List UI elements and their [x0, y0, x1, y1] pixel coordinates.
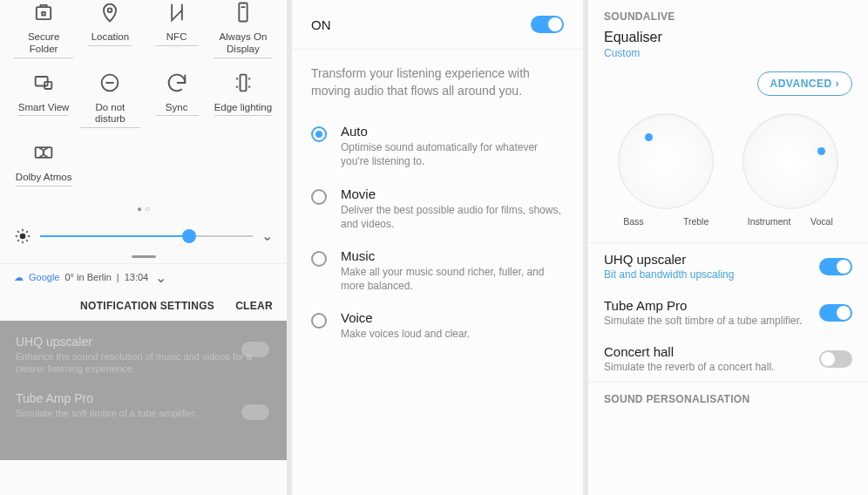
radio-icon: [311, 251, 327, 267]
qs-label: Edge lighting: [214, 102, 273, 117]
edge-lighting-icon: [231, 71, 255, 95]
dim-toggle: [241, 342, 269, 357]
qs-label: Do not disturb: [80, 102, 139, 129]
radio-icon: [311, 126, 327, 142]
quick-settings-grid: Secure Folder Location NFC Always On Dis…: [0, 0, 287, 195]
notification-actions: NOTIFICATION SETTINGS CLEAR: [0, 291, 287, 321]
option-title: Voice: [341, 310, 470, 325]
option-voice[interactable]: Voice Make voices loud and clear.: [292, 302, 583, 349]
dial-label-left: Bass: [623, 216, 643, 227]
chevron-down-icon[interactable]: ⌄: [155, 269, 166, 286]
item-title: Concert hall: [604, 344, 774, 359]
option-sub: Make voices loud and clear.: [341, 327, 470, 341]
svg-rect-1: [42, 12, 45, 16]
equaliser-row[interactable]: Equaliser Custom: [588, 26, 868, 71]
drag-handle[interactable]: [132, 255, 156, 258]
notification-settings-button[interactable]: NOTIFICATION SETTINGS: [80, 300, 214, 312]
svg-rect-9: [240, 74, 246, 91]
qs-label: Dolby Atmos: [16, 172, 72, 186]
item-sub: Simulate the soft timbre of a tube ampli…: [604, 315, 802, 327]
brightness-slider[interactable]: [40, 227, 253, 245]
smart-view-icon: [31, 71, 56, 95]
clear-button[interactable]: CLEAR: [235, 300, 273, 312]
item-concert-hall[interactable]: Concert hall Simulate the reverb of a co…: [588, 336, 868, 382]
option-sub: Make all your music sound richer, fuller…: [341, 265, 564, 293]
item-sub: Simulate the reverb of a concert hall.: [604, 361, 774, 373]
qs-label: NFC: [155, 31, 199, 46]
soundalive-settings: SOUNDALIVE Equaliser Custom ADVANCED Bas…: [588, 0, 868, 495]
notification-shade: Secure Folder Location NFC Always On Dis…: [0, 0, 287, 495]
weather-text: 0° in Berlin: [64, 272, 111, 282]
dnd-icon: [98, 71, 122, 95]
instrument-vocal-dial[interactable]: [743, 113, 838, 209]
qs-label: Sync: [155, 102, 199, 117]
option-title: Auto: [341, 124, 564, 139]
dials-row: Bass Treble Instrument Vocal: [588, 105, 868, 230]
provider-label[interactable]: Google: [29, 272, 59, 282]
description-text: Transform your listening experience with…: [292, 50, 583, 115]
advanced-button[interactable]: ADVANCED: [757, 71, 852, 96]
qs-tile-nfc[interactable]: NFC: [146, 0, 208, 67]
qs-tile-sync[interactable]: Sync: [146, 71, 208, 138]
qs-tile-edge-lighting[interactable]: Edge lighting: [212, 71, 275, 138]
sync-icon: [165, 71, 189, 95]
qs-label: Smart View: [18, 102, 70, 117]
item-uhq-upscaler[interactable]: UHQ upscaler Bit and bandwidth upscaling: [588, 243, 868, 289]
svg-point-15: [20, 234, 26, 240]
radio-icon: [311, 189, 327, 205]
dim-title: UHQ upscaler: [16, 335, 271, 349]
status-row: ☁ Google 0° in Berlin | 13:04 ⌄: [0, 263, 287, 291]
dim-title: Tube Amp Pro: [16, 391, 271, 405]
qs-tile-location[interactable]: Location: [78, 0, 141, 67]
option-music[interactable]: Music Make all your music sound richer, …: [292, 240, 583, 302]
dial-label-left: Instrument: [748, 216, 791, 227]
toggle-uhq[interactable]: [819, 258, 852, 275]
svg-rect-0: [37, 7, 51, 19]
option-title: Music: [341, 248, 564, 263]
on-header: ON: [292, 0, 583, 49]
pager-dots[interactable]: ● ○: [0, 204, 287, 214]
section-sound-personalisation: SOUND PERSONALISATION: [588, 382, 868, 409]
time-text: 13:04: [125, 272, 149, 282]
dim-toggle: [241, 404, 269, 420]
option-sub: Optimise sound automatically for whateve…: [341, 140, 564, 168]
master-toggle[interactable]: [531, 16, 564, 33]
dim-card-uhq: UHQ upscaler Enhance the sound resolutio…: [16, 335, 271, 376]
item-tube-amp-pro[interactable]: Tube Amp Pro Simulate the soft timbre of…: [588, 289, 868, 336]
equaliser-sub: Custom: [604, 47, 852, 59]
svg-point-2: [108, 8, 112, 12]
qs-tile-dnd[interactable]: Do not disturb: [78, 71, 141, 138]
toggle-tube[interactable]: [819, 304, 852, 322]
svg-line-21: [26, 240, 28, 241]
dimmed-background: UHQ upscaler Enhance the sound resolutio…: [0, 321, 287, 460]
option-auto[interactable]: Auto Optimise sound automatically for wh…: [292, 115, 583, 177]
option-sub: Deliver the best possible audio for film…: [341, 203, 564, 231]
equaliser-title: Equaliser: [604, 30, 852, 45]
option-movie[interactable]: Movie Deliver the best possible audio fo…: [292, 178, 583, 240]
qs-tile-dolby-atmos[interactable]: Dolby Atmos: [12, 140, 75, 195]
item-title: Tube Amp Pro: [604, 298, 802, 313]
folder-lock-icon: [31, 0, 56, 24]
svg-line-20: [17, 231, 19, 233]
svg-line-22: [17, 240, 19, 241]
dial-label-right: Vocal: [810, 216, 833, 227]
dim-sub: Simulate the soft timbre of a tube ampli…: [16, 407, 271, 419]
nfc-icon: [165, 0, 189, 24]
brightness-icon: [14, 227, 31, 245]
qs-tile-smart-view[interactable]: Smart View: [12, 71, 75, 138]
brightness-row: ⌄: [0, 222, 287, 250]
location-pin-icon: [98, 0, 122, 24]
dim-sub: Enhance the sound resolution of music an…: [16, 350, 271, 376]
section-soundalive: SOUNDALIVE: [588, 0, 868, 26]
toggle-concert[interactable]: [819, 350, 852, 368]
cloud-icon: ☁: [14, 272, 24, 283]
chevron-down-icon[interactable]: ⌄: [261, 227, 273, 244]
separator: |: [117, 272, 119, 282]
qs-tile-secure-folder[interactable]: Secure Folder: [12, 0, 75, 67]
svg-rect-3: [239, 3, 247, 22]
dial-label-right: Treble: [683, 216, 709, 227]
qs-label: Location: [88, 31, 132, 46]
bass-treble-dial[interactable]: [618, 113, 714, 209]
qs-tile-aod[interactable]: Always On Display: [212, 0, 275, 67]
option-title: Movie: [341, 186, 564, 201]
